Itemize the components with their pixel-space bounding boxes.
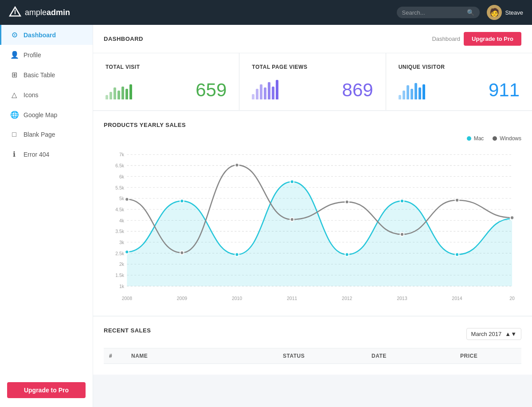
svg-point-39 xyxy=(290,180,293,183)
main-layout: ⊙ Dashboard 👤 Profile ⊞ Basic Table △ Ic… xyxy=(0,25,532,407)
svg-point-41 xyxy=(400,199,404,203)
svg-text:3.5k: 3.5k xyxy=(115,229,124,234)
blank-page-icon: □ xyxy=(10,130,18,138)
mini-bar xyxy=(419,87,421,99)
sidebar-item-profile[interactable]: 👤 Profile xyxy=(0,45,93,65)
avatar: 🧑 xyxy=(487,5,502,20)
svg-point-50 xyxy=(455,198,459,202)
mini-bar xyxy=(268,82,270,99)
svg-text:2011: 2011 xyxy=(287,296,297,301)
legend-label: Windows xyxy=(500,135,521,142)
sidebar-item-error-404[interactable]: ℹ Error 404 xyxy=(0,144,93,164)
svg-point-42 xyxy=(455,253,459,256)
svg-text:2008: 2008 xyxy=(122,296,132,301)
user-menu[interactable]: 🧑 Steave xyxy=(487,5,523,20)
mini-bar xyxy=(422,84,425,99)
legend-item-windows: Windows xyxy=(493,135,521,142)
legend-dot xyxy=(467,136,471,141)
main-content: DASHBOARD Dashboard Upgrade to Pro TOTAL… xyxy=(93,25,532,407)
legend-item-mac: Mac xyxy=(467,135,484,142)
sidebar-label-basic-table: Basic Table xyxy=(23,71,55,79)
svg-text:5.5k: 5.5k xyxy=(115,185,124,190)
mini-bar xyxy=(411,89,413,99)
topnav-right: 🔍 🧑 Steave xyxy=(397,5,523,20)
icons-icon: △ xyxy=(10,91,18,99)
search-box[interactable]: 🔍 xyxy=(397,7,480,18)
chart-title: PRODUCTS YEARLY SALES xyxy=(104,122,521,128)
svg-text:5k: 5k xyxy=(119,196,125,201)
legend-label: Mac xyxy=(474,135,484,142)
sidebar: ⊙ Dashboard 👤 Profile ⊞ Basic Table △ Ic… xyxy=(0,25,93,407)
stat-value: 911 xyxy=(489,81,520,99)
stat-label: TOTAL VISIT xyxy=(106,64,227,70)
user-name: Steave xyxy=(505,9,523,16)
sidebar-item-basic-table[interactable]: ⊞ Basic Table xyxy=(0,65,93,85)
dashboard-icon: ⊙ xyxy=(10,31,18,39)
legend-dot xyxy=(493,136,497,141)
mini-bar xyxy=(129,84,132,99)
svg-text:2009: 2009 xyxy=(177,296,187,301)
svg-text:2k: 2k xyxy=(119,261,125,267)
chart-container: 7k6.5k6k5.5k5k4.5k4k3.5k3k2.5k2k1.5k1k20… xyxy=(104,145,521,305)
breadcrumb: Dashboard Upgrade to Pro xyxy=(432,32,521,46)
mini-bar xyxy=(415,83,417,99)
sidebar-item-google-map[interactable]: 🌐 Google Map xyxy=(0,105,93,125)
svg-point-40 xyxy=(345,253,349,256)
mini-bars xyxy=(252,77,278,99)
stat-value: 659 xyxy=(196,81,227,99)
sidebar-item-icons[interactable]: △ Icons xyxy=(0,85,93,105)
error-404-icon: ℹ xyxy=(10,150,18,158)
table-col-date: DATE xyxy=(366,348,455,364)
sidebar-item-blank-page[interactable]: □ Blank Page xyxy=(0,125,93,144)
mini-bar xyxy=(264,87,266,99)
mini-bar xyxy=(110,92,112,99)
sidebar-label-google-map: Google Map xyxy=(23,111,57,119)
svg-text:4.5k: 4.5k xyxy=(115,207,124,212)
stat-label: UNIQUE VISITOR xyxy=(399,64,520,70)
svg-point-46 xyxy=(235,163,239,167)
profile-icon: 👤 xyxy=(10,51,18,59)
svg-text:2014: 2014 xyxy=(452,296,462,301)
mini-bar xyxy=(272,87,274,99)
svg-point-37 xyxy=(180,199,184,203)
search-icon[interactable]: 🔍 xyxy=(467,9,474,16)
recent-sales-section: RECENT SALES March 2017 ▲▼ #NAMESTATUSDA… xyxy=(93,316,532,375)
month-value: March 2017 xyxy=(471,331,502,337)
mini-bar xyxy=(125,89,128,99)
stat-value: 869 xyxy=(342,81,373,99)
table-col-status: STATUS xyxy=(278,348,366,364)
stat-card-2: UNIQUE VISITOR 911 xyxy=(386,53,532,110)
upgrade-pro-button[interactable]: Upgrade to Pro xyxy=(464,32,521,46)
mini-bars xyxy=(399,77,425,99)
sidebar-upgrade-button[interactable]: Upgrade to Pro xyxy=(7,382,86,398)
mini-bar xyxy=(399,95,401,99)
svg-point-38 xyxy=(235,253,239,256)
stat-body: 911 xyxy=(399,77,520,99)
svg-text:3k: 3k xyxy=(119,240,125,245)
basic-table-icon: ⊞ xyxy=(10,71,18,79)
mini-bar xyxy=(260,84,262,99)
svg-point-48 xyxy=(345,200,349,204)
sidebar-label-profile: Profile xyxy=(23,51,41,59)
mini-bar xyxy=(121,87,124,99)
svg-point-45 xyxy=(180,251,184,254)
svg-text:1.5k: 1.5k xyxy=(115,273,124,278)
chart-legend: Mac Windows xyxy=(104,135,521,142)
sidebar-item-dashboard[interactable]: ⊙ Dashboard xyxy=(0,25,93,45)
svg-text:20: 20 xyxy=(509,296,515,301)
sidebar-label-icons: Icons xyxy=(23,91,38,99)
page-header: DASHBOARD Dashboard Upgrade to Pro xyxy=(93,25,532,53)
chevron-down-icon: ▲▼ xyxy=(505,331,516,337)
table-col-name: NAME xyxy=(126,348,278,364)
search-input[interactable] xyxy=(402,9,464,16)
stats-row: TOTAL VISIT 659 TOTAL PAGE VIEWS 869 UNI… xyxy=(93,53,532,110)
google-map-icon: 🌐 xyxy=(10,111,18,119)
stat-card-1: TOTAL PAGE VIEWS 869 xyxy=(239,53,385,110)
svg-text:7k: 7k xyxy=(119,152,125,157)
breadcrumb-home[interactable]: Dashboard xyxy=(432,36,460,42)
sidebar-label-dashboard: Dashboard xyxy=(23,32,56,39)
svg-point-44 xyxy=(125,198,129,201)
table-col-#: # xyxy=(104,348,126,364)
month-selector[interactable]: March 2017 ▲▼ xyxy=(466,328,521,340)
svg-text:6.5k: 6.5k xyxy=(115,163,124,168)
